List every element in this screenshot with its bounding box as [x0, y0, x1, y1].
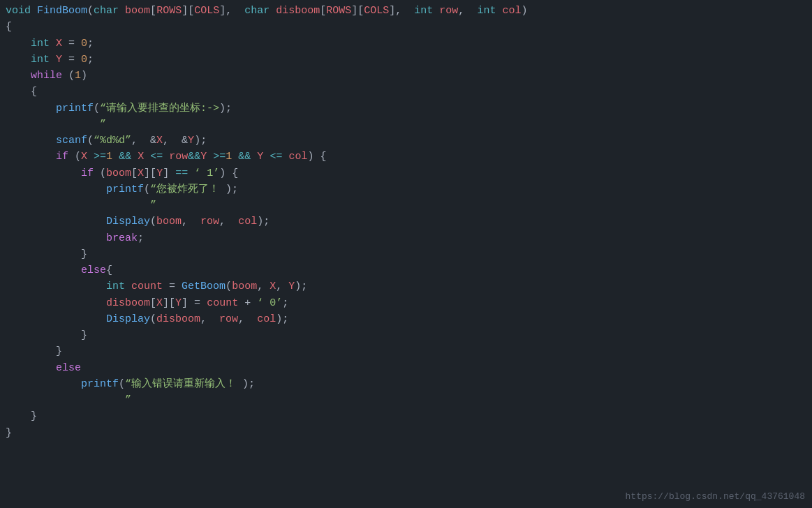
token-normal: [	[150, 295, 156, 311]
token-normal	[6, 278, 106, 294]
token-param: COLS	[194, 3, 219, 19]
token-op: >=	[213, 149, 226, 165]
token-normal: )	[521, 3, 527, 19]
token-normal	[144, 149, 150, 165]
token-number: 1	[106, 149, 112, 165]
token-string-dq: “%d%d”	[94, 133, 131, 149]
code-line: printf(“您被炸死了！ ”);	[0, 181, 812, 214]
token-normal: ],	[219, 3, 244, 19]
token-normal: ][	[163, 295, 175, 311]
token-varname: X	[156, 133, 163, 149]
token-normal: ,	[219, 214, 238, 230]
token-kw-type: char	[94, 3, 119, 19]
token-normal: }	[6, 343, 62, 359]
token-number: 1	[226, 149, 232, 165]
token-string-dq: “请输入要排查的坐标:-> ”	[100, 100, 219, 133]
token-normal	[496, 3, 502, 19]
code-line: break;	[0, 230, 812, 246]
token-normal: ]	[163, 165, 175, 181]
token-normal	[6, 181, 106, 197]
token-string-dq: “输入错误请重新输入！ ”	[125, 376, 242, 409]
token-normal	[433, 3, 439, 19]
token-string-sq: ‘ 0’	[257, 295, 282, 311]
token-varname: Y	[156, 165, 163, 181]
token-normal: {	[106, 262, 112, 278]
token-number: 1	[75, 68, 81, 84]
token-normal: }	[6, 425, 12, 441]
token-varname: Y	[200, 149, 207, 165]
token-normal: );	[194, 133, 207, 149]
token-normal	[6, 360, 56, 376]
code-line: Display(disboom, row, col);	[0, 311, 812, 327]
token-normal	[270, 3, 276, 19]
token-param: row	[439, 3, 458, 19]
token-normal: =	[62, 36, 81, 52]
code-line: Display(boom, row, col);	[0, 214, 812, 230]
token-fn-name: Display	[106, 214, 150, 230]
token-varname: Y	[257, 149, 263, 165]
token-normal	[163, 149, 169, 165]
token-normal	[6, 295, 106, 311]
token-param: disboom	[276, 3, 320, 19]
token-string-sq: ‘ 1’	[194, 165, 219, 181]
token-param: boom	[156, 214, 182, 230]
token-param: disboom	[156, 311, 200, 327]
token-normal: );	[219, 100, 232, 117]
token-op: ==	[175, 165, 188, 181]
token-normal: (	[87, 133, 94, 149]
token-kw-type: char	[244, 3, 270, 19]
token-param: col	[288, 149, 307, 165]
token-normal: , &	[131, 133, 156, 149]
token-normal	[6, 100, 56, 117]
token-normal: ;	[138, 230, 144, 246]
token-fn-name: printf	[56, 100, 94, 117]
code-line: else	[0, 360, 812, 376]
token-normal: ] =	[182, 295, 207, 311]
token-normal: (	[119, 376, 125, 392]
token-normal: (	[68, 149, 81, 165]
code-line: else{	[0, 262, 812, 278]
token-normal: (	[144, 181, 150, 197]
token-normal: (	[87, 3, 94, 19]
token-normal: ;	[282, 295, 288, 311]
token-normal: [	[131, 165, 138, 181]
token-normal	[207, 149, 213, 165]
token-op: >=	[94, 149, 106, 165]
token-varname: X	[270, 278, 276, 294]
code-line: if (X >=1 && X <= row&&Y >=1 && Y <= col…	[0, 149, 812, 165]
token-normal	[6, 311, 106, 327]
token-normal: ,	[200, 311, 219, 327]
code-line: int count = GetBoom(boom, X, Y);	[0, 278, 812, 294]
token-number: 0	[81, 36, 87, 52]
token-fn-name: scanf	[56, 133, 87, 149]
token-normal	[263, 149, 270, 165]
token-varname: Y	[188, 133, 194, 149]
token-varname: Y	[175, 295, 182, 311]
token-normal	[251, 149, 257, 165]
token-kw-ctrl: if	[81, 165, 94, 181]
token-normal	[6, 36, 31, 52]
token-kw-type: int	[31, 52, 50, 68]
code-line: void FindBoom(char boom[ROWS][COLS], cha…	[0, 3, 812, 19]
token-normal	[50, 36, 56, 52]
code-editor: void FindBoom(char boom[ROWS][COLS], cha…	[0, 0, 812, 508]
token-param: col	[257, 311, 276, 327]
token-normal: ;	[87, 36, 94, 52]
token-fn-name: printf	[106, 181, 144, 197]
token-normal	[31, 3, 37, 19]
code-line: }	[0, 246, 812, 262]
token-varname: count	[131, 278, 163, 294]
token-normal: );	[295, 278, 307, 294]
token-op: <=	[270, 149, 282, 165]
token-normal	[119, 3, 125, 19]
token-normal	[6, 52, 31, 68]
token-kw-ctrl: else	[56, 360, 81, 376]
token-normal	[6, 262, 81, 278]
token-normal	[6, 133, 56, 149]
token-normal: =	[163, 278, 182, 294]
token-varname: X	[81, 149, 87, 165]
token-normal	[282, 149, 288, 165]
code-line: }	[0, 425, 812, 441]
token-normal: ,	[276, 278, 288, 294]
token-normal	[6, 376, 81, 392]
